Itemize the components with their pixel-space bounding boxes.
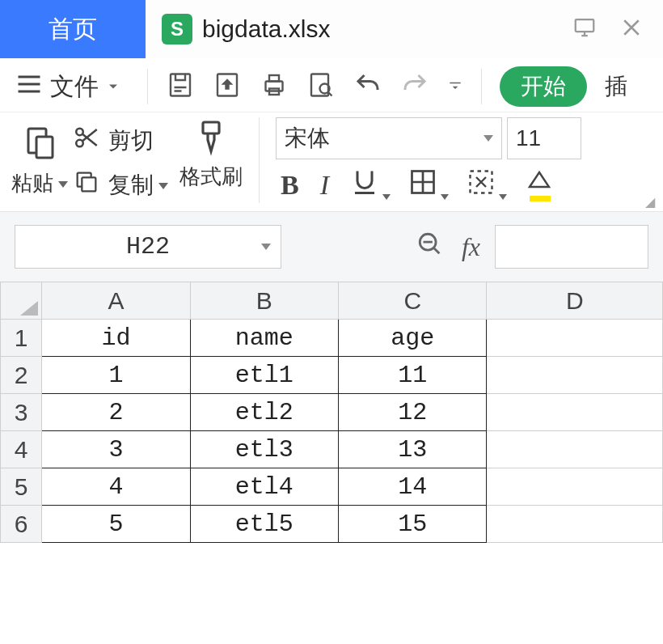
row-header[interactable]: 5 [1,468,42,506]
cell[interactable]: etl2 [190,394,338,431]
close-icon[interactable] [619,15,644,43]
paste-button[interactable]: 粘贴 [11,124,68,197]
chevron-down-icon [484,135,493,142]
spreadsheet-grid[interactable]: A B C D 1 id name age 2 1 etl1 11 3 2 et… [0,282,663,543]
select-all-corner[interactable] [1,282,42,320]
row-header[interactable]: 1 [1,320,42,357]
spreadsheet-app-icon: S [162,14,192,44]
cell[interactable]: 14 [339,468,487,506]
cell[interactable] [487,320,663,357]
cut-button[interactable]: 剪切 [73,124,168,157]
row-header[interactable]: 2 [1,357,42,394]
tab-home[interactable]: 首页 [0,0,146,58]
file-menu[interactable]: 文件 [15,70,129,104]
cell[interactable]: 3 [42,431,190,468]
current-filename: bigdata.xlsx [202,15,330,43]
copy-icon [73,168,100,201]
cell[interactable]: 1 [42,357,190,394]
cell[interactable]: 4 [42,468,190,506]
zoom-out-icon[interactable] [416,231,444,264]
font-name-value: 宋体 [285,123,330,154]
undo-icon[interactable] [353,70,382,103]
cell[interactable]: 13 [339,431,487,468]
fx-label[interactable]: fx [462,232,480,262]
cell[interactable] [487,431,663,468]
formula-bar: H22 fx [0,212,663,282]
present-icon[interactable] [572,15,597,43]
redo-icon[interactable] [400,70,429,103]
menubar: 文件 开始 插 [0,58,663,112]
cell[interactable]: etl3 [190,431,338,468]
svg-rect-14 [203,122,219,133]
tab-file[interactable]: S bigdata.xlsx [146,0,346,58]
column-header[interactable]: C [339,282,487,320]
hamburger-icon [15,70,44,104]
svg-rect-9 [36,137,53,158]
formula-input[interactable] [495,225,648,269]
cell[interactable]: name [190,320,338,357]
copy-button[interactable]: 复制 [73,168,168,201]
titlebar-controls [572,15,663,43]
bold-label: B [281,170,299,200]
svg-point-11 [76,140,83,147]
cell[interactable]: age [339,320,487,357]
file-menu-label: 文件 [50,70,99,104]
svg-point-10 [76,129,83,136]
cell[interactable]: 5 [42,506,190,543]
cell[interactable] [487,357,663,394]
print-preview-icon[interactable] [306,70,336,103]
ribbon-tab-start[interactable]: 开始 [500,66,587,107]
cell-reference-value: H22 [126,233,170,261]
quickbar-more-icon[interactable] [447,77,463,96]
chevron-down-icon [441,194,449,200]
highlight-button[interactable] [525,167,554,203]
chevron-down-icon [261,244,271,250]
row-header[interactable]: 6 [1,506,42,543]
chevron-down-icon [105,73,121,100]
row-header[interactable]: 3 [1,394,42,431]
highlight-color-indicator [530,196,551,201]
cell[interactable]: etl5 [190,506,338,543]
ribbon-tab-insert[interactable]: 插 [605,71,627,102]
cell[interactable] [487,468,663,506]
copy-label: 复制 [108,170,168,201]
svg-rect-0 [576,19,594,32]
column-header[interactable]: D [487,282,663,320]
save-icon[interactable] [166,70,195,103]
print-icon[interactable] [260,70,289,103]
cell[interactable]: 12 [339,394,487,431]
row-header[interactable]: 4 [1,431,42,468]
borders-button[interactable] [408,167,437,203]
cell[interactable] [487,506,663,543]
italic-button[interactable]: I [320,170,329,201]
fill-color-button[interactable] [467,167,496,203]
chevron-down-icon [382,194,391,200]
cell[interactable]: id [42,320,190,357]
format-painter-button[interactable]: 格式刷 [179,117,243,203]
cell[interactable]: etl1 [190,357,338,394]
underline-button[interactable] [350,167,379,203]
italic-label: I [320,170,329,200]
paste-icon [20,124,59,166]
cell[interactable]: 15 [339,506,487,543]
column-header[interactable]: B [190,282,338,320]
bold-button[interactable]: B [281,170,299,201]
cut-label: 剪切 [108,125,154,156]
cell[interactable]: 2 [42,394,190,431]
paste-label: 粘贴 [11,169,68,197]
ribbon: 粘贴 剪切 复制 格式刷 宋体 [0,112,663,212]
save-as-icon[interactable] [213,70,242,103]
group-dialog-launcher-icon[interactable]: ◢ [645,194,655,210]
cell[interactable]: 11 [339,357,487,394]
ribbon-tab-insert-label: 插 [605,74,627,99]
paintbrush-icon [192,117,230,159]
cell-reference-input[interactable]: H22 [15,225,281,269]
font-name-select[interactable]: 宋体 [276,117,502,159]
scissors-icon [73,124,100,157]
font-size-select[interactable]: 11 [507,117,581,159]
spreadsheet-app-letter: S [171,18,184,40]
tab-home-label: 首页 [49,13,97,46]
column-header[interactable]: A [42,282,190,320]
cell[interactable]: etl4 [190,468,338,506]
cell[interactable] [487,394,663,431]
